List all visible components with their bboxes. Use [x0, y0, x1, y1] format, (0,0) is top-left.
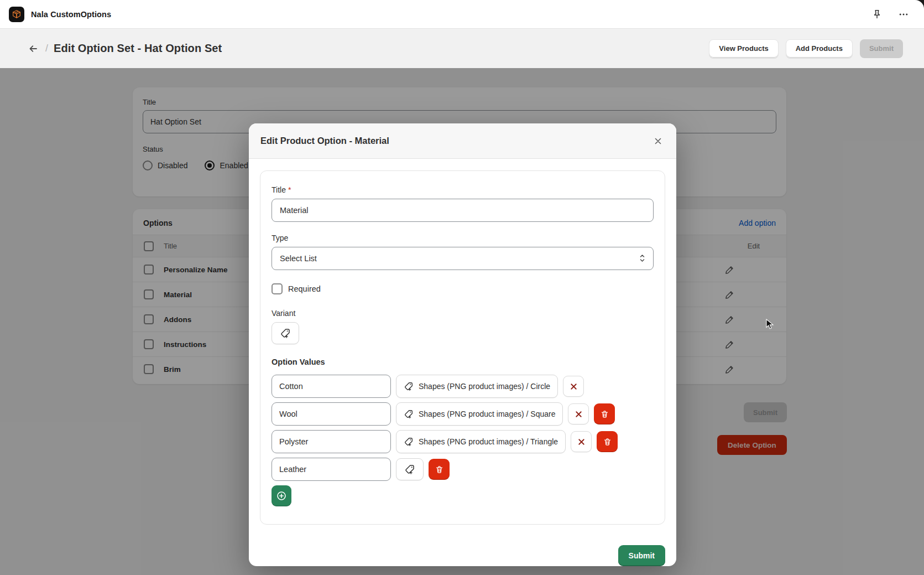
topbar: Nala CustomOptions [0, 0, 924, 29]
required-checkbox[interactable] [272, 283, 283, 294]
page-header: / Edit Option Set - Hat Option Set View … [0, 29, 924, 68]
modal-footer: Submit [249, 533, 676, 566]
variant-add-button[interactable] [272, 322, 299, 344]
variant-mapping-button[interactable]: Shapes (PNG product images) / Circle [396, 375, 558, 398]
app-name: Nala CustomOptions [31, 10, 111, 19]
pin-button[interactable] [869, 6, 885, 23]
tag-plus-icon [404, 409, 414, 419]
option-value-row: Shapes (PNG product images) / Circle [272, 375, 654, 398]
variant-mapping-button[interactable]: Shapes (PNG product images) / Triangle [396, 430, 566, 453]
modal-close-button[interactable] [650, 133, 666, 149]
modal-title-input[interactable] [272, 199, 654, 222]
option-value-input[interactable] [272, 430, 391, 453]
trash-icon [603, 437, 612, 447]
variant-label: Variant [272, 309, 295, 318]
view-products-button[interactable]: View Products [709, 39, 778, 58]
required-checkbox-row: Required [272, 283, 654, 294]
modal-type-select[interactable] [272, 247, 654, 270]
tag-plus-icon [404, 464, 415, 475]
tag-plus-icon [404, 381, 414, 391]
x-icon [570, 382, 578, 391]
app-window: Nala CustomOptions / Edit Option Set - H… [0, 0, 924, 575]
tag-plus-icon [404, 437, 414, 447]
modal-header: Edit Product Option - Material [249, 123, 676, 159]
pin-icon [871, 9, 883, 20]
add-products-button[interactable]: Add Products [786, 39, 853, 58]
clear-variant-button[interactable] [571, 431, 592, 452]
page-submit-button[interactable]: Submit [860, 39, 903, 58]
option-value-row: Shapes (PNG product images) / Square [272, 402, 654, 426]
delete-value-button[interactable] [594, 403, 615, 424]
modal-submit-button[interactable]: Submit [618, 545, 665, 566]
x-icon [575, 410, 583, 418]
option-value-input[interactable] [272, 402, 391, 426]
modal-title-label: Title [272, 185, 286, 194]
more-menu-button[interactable] [895, 6, 912, 23]
page-title: Edit Option Set - Hat Option Set [54, 42, 222, 55]
app-logo-icon [9, 7, 24, 22]
modal-body: Title* Type [249, 159, 676, 533]
option-form-panel: Title* Type [260, 170, 665, 525]
variant-mapping-button[interactable] [396, 458, 424, 480]
modal-title: Edit Product Option - Material [260, 136, 389, 146]
close-icon [654, 137, 662, 146]
variant-mapping-label: Shapes (PNG product images) / Triangle [419, 437, 558, 446]
tag-plus-icon [280, 328, 291, 339]
clear-variant-button[interactable] [563, 376, 584, 397]
modal-title-field-group: Title* [272, 185, 654, 222]
back-button[interactable] [24, 40, 42, 58]
option-value-row: Shapes (PNG product images) / Triangle [272, 430, 654, 453]
required-asterisk: * [288, 185, 291, 194]
variant-group: Variant [272, 308, 654, 344]
ellipsis-icon [898, 9, 909, 20]
variant-mapping-button[interactable]: Shapes (PNG product images) / Square [396, 402, 563, 426]
delete-value-button[interactable] [429, 459, 450, 480]
trash-icon [600, 410, 609, 419]
back-arrow-icon [28, 43, 39, 54]
circle-plus-icon [276, 490, 287, 501]
add-value-button[interactable] [272, 485, 291, 506]
modal-type-label: Type [272, 234, 288, 242]
option-value-row [272, 458, 654, 481]
trash-icon [435, 465, 444, 474]
clear-variant-button[interactable] [568, 403, 589, 424]
modal-type-field-group: Type [272, 233, 654, 270]
delete-value-button[interactable] [597, 431, 618, 452]
variant-mapping-label: Shapes (PNG product images) / Circle [419, 382, 550, 391]
option-value-input[interactable] [272, 375, 391, 398]
option-value-input[interactable] [272, 458, 391, 481]
edit-product-option-modal: Edit Product Option - Material Title* Ty… [249, 123, 676, 566]
option-values-heading: Option Values [272, 358, 654, 366]
variant-mapping-label: Shapes (PNG product images) / Square [419, 410, 555, 418]
breadcrumb-separator: / [45, 43, 48, 54]
x-icon [577, 438, 586, 446]
required-checkbox-label: Required [288, 284, 321, 293]
